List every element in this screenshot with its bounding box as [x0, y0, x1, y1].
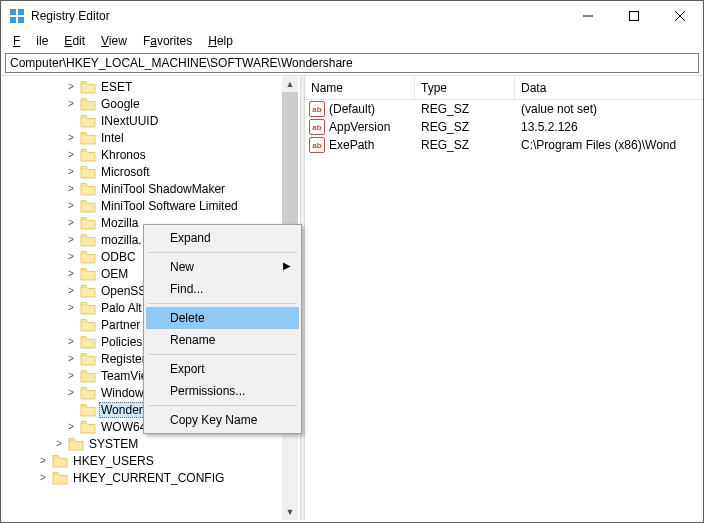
- tree-expander-icon[interactable]: >: [65, 285, 77, 296]
- tree-item-label: Window: [99, 386, 146, 400]
- tree-item-eset[interactable]: >ESET: [1, 78, 300, 95]
- folder-icon: [80, 148, 96, 162]
- folder-icon: [80, 97, 96, 111]
- tree-expander-icon[interactable]: >: [65, 81, 77, 92]
- value-data: C:\Program Files (x86)\Wond: [515, 138, 703, 152]
- tree-item-khronos[interactable]: >Khronos: [1, 146, 300, 163]
- svg-rect-1: [18, 9, 24, 15]
- tree-item-label: Policies: [99, 335, 144, 349]
- tree-item-intel[interactable]: >Intel: [1, 129, 300, 146]
- ctx-sep: [148, 405, 297, 406]
- tree-expander-icon[interactable]: >: [37, 455, 49, 466]
- tree-item-label: MiniTool Software Limited: [99, 199, 240, 213]
- scroll-down-icon[interactable]: ▼: [282, 504, 298, 520]
- tree-item-label: Khronos: [99, 148, 148, 162]
- window-controls: [565, 1, 703, 30]
- tree-expander-icon[interactable]: >: [65, 268, 77, 279]
- ctx-export[interactable]: Export: [146, 358, 299, 380]
- tree-expander-icon[interactable]: >: [65, 183, 77, 194]
- address-bar[interactable]: Computer\HKEY_LOCAL_MACHINE\SOFTWARE\Won…: [5, 53, 699, 73]
- svg-rect-0: [10, 9, 16, 15]
- tree-expander-icon[interactable]: >: [65, 200, 77, 211]
- tree-expander-icon[interactable]: >: [65, 166, 77, 177]
- values-header: Name Type Data: [305, 76, 703, 100]
- maximize-button[interactable]: [611, 1, 657, 30]
- tree-item-microsoft[interactable]: >Microsoft: [1, 163, 300, 180]
- tree-item-hkey-current-config[interactable]: >HKEY_CURRENT_CONFIG: [1, 469, 300, 486]
- folder-icon: [80, 250, 96, 264]
- tree-item-inextuuid[interactable]: INextUUID: [1, 112, 300, 129]
- menu-help[interactable]: Help: [200, 32, 241, 50]
- menubar: File Edit View Favorites Help: [1, 31, 703, 51]
- menu-edit[interactable]: Edit: [56, 32, 93, 50]
- tree-expander-icon[interactable]: >: [65, 217, 77, 228]
- value-data: (value not set): [515, 102, 703, 116]
- tree-expander-icon[interactable]: >: [65, 336, 77, 347]
- folder-icon: [80, 301, 96, 315]
- folder-icon: [80, 114, 96, 128]
- value-row[interactable]: ab(Default)REG_SZ(value not set): [305, 100, 703, 118]
- context-menu: Expand New▶ Find... Delete Rename Export…: [143, 224, 302, 434]
- tree-item-google[interactable]: >Google: [1, 95, 300, 112]
- tree-item-minitool-shadowmaker[interactable]: >MiniTool ShadowMaker: [1, 180, 300, 197]
- folder-icon: [80, 386, 96, 400]
- ctx-rename[interactable]: Rename: [146, 329, 299, 351]
- tree-item-label: INextUUID: [99, 114, 160, 128]
- values-pane[interactable]: Name Type Data ab(Default)REG_SZ(value n…: [305, 76, 703, 520]
- tree-item-hkey-users[interactable]: >HKEY_USERS: [1, 452, 300, 469]
- scroll-up-icon[interactable]: ▲: [282, 76, 298, 92]
- value-row[interactable]: abAppVersionREG_SZ13.5.2.126: [305, 118, 703, 136]
- close-button[interactable]: [657, 1, 703, 30]
- tree-item-label: ESET: [99, 80, 134, 94]
- ctx-expand[interactable]: Expand: [146, 227, 299, 249]
- svg-rect-5: [630, 11, 639, 20]
- tree-item-label: MiniTool ShadowMaker: [99, 182, 227, 196]
- ctx-new[interactable]: New▶: [146, 256, 299, 278]
- ctx-permissions[interactable]: Permissions...: [146, 380, 299, 402]
- tree-expander-icon[interactable]: >: [65, 132, 77, 143]
- tree-expander-icon[interactable]: >: [65, 387, 77, 398]
- folder-icon: [80, 318, 96, 332]
- col-header-data[interactable]: Data: [515, 77, 703, 99]
- tree-item-label: Mozilla: [99, 216, 140, 230]
- folder-icon: [80, 369, 96, 383]
- tree-item-minitool-software-limited[interactable]: >MiniTool Software Limited: [1, 197, 300, 214]
- tree-expander-icon[interactable]: >: [65, 370, 77, 381]
- tree-expander-icon[interactable]: >: [37, 472, 49, 483]
- value-row[interactable]: abExePathREG_SZC:\Program Files (x86)\Wo…: [305, 136, 703, 154]
- tree-item-label: mozilla.: [99, 233, 144, 247]
- tree-item-label: Partner: [99, 318, 142, 332]
- ctx-find[interactable]: Find...: [146, 278, 299, 300]
- ctx-sep: [148, 303, 297, 304]
- tree-expander-icon[interactable]: >: [65, 302, 77, 313]
- value-type: REG_SZ: [415, 138, 515, 152]
- folder-icon: [80, 182, 96, 196]
- menu-file[interactable]: File: [5, 32, 56, 50]
- tree-expander-icon[interactable]: >: [65, 234, 77, 245]
- folder-icon: [80, 233, 96, 247]
- app-icon: [9, 8, 25, 24]
- tree-expander-icon[interactable]: >: [65, 98, 77, 109]
- tree-expander-icon[interactable]: >: [53, 438, 65, 449]
- tree-item-system[interactable]: >SYSTEM: [1, 435, 300, 452]
- tree-item-label: SYSTEM: [87, 437, 140, 451]
- ctx-delete[interactable]: Delete: [146, 307, 299, 329]
- ctx-sep: [148, 252, 297, 253]
- value-name: AppVersion: [329, 120, 415, 134]
- ctx-copy-key-name[interactable]: Copy Key Name: [146, 409, 299, 431]
- col-header-name[interactable]: Name: [305, 77, 415, 99]
- main-panes: ▲ ▼ >ESET>GoogleINextUUID>Intel>Khronos>…: [1, 75, 703, 520]
- tree-expander-icon[interactable]: >: [65, 353, 77, 364]
- tree-item-label: OEM: [99, 267, 130, 281]
- tree-expander-icon[interactable]: >: [65, 251, 77, 262]
- svg-rect-2: [10, 17, 16, 23]
- menu-favorites[interactable]: Favorites: [135, 32, 200, 50]
- minimize-button[interactable]: [565, 1, 611, 30]
- col-header-type[interactable]: Type: [415, 77, 515, 99]
- tree-expander-icon[interactable]: >: [65, 421, 77, 432]
- ctx-sep: [148, 354, 297, 355]
- folder-icon: [68, 437, 84, 451]
- submenu-arrow-icon: ▶: [283, 260, 291, 271]
- menu-view[interactable]: View: [93, 32, 135, 50]
- tree-expander-icon[interactable]: >: [65, 149, 77, 160]
